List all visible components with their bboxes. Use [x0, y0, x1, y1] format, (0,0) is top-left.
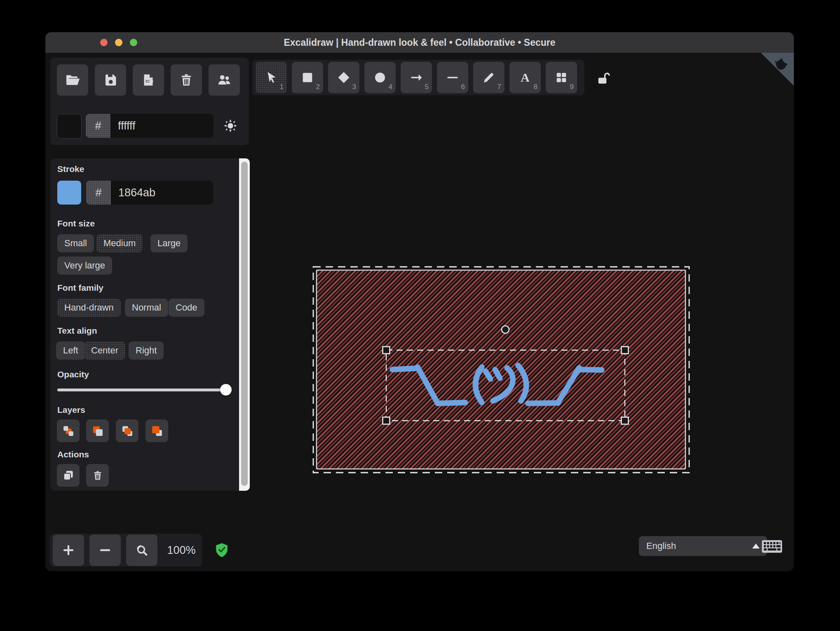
send-backward-button[interactable] [86, 419, 109, 442]
lock-toggle-button[interactable] [596, 71, 610, 86]
font-size-label: Font size [57, 219, 95, 228]
font-family-code[interactable]: Code [169, 299, 204, 317]
stroke-hex-prefix: # [86, 181, 111, 205]
duplicate-icon [62, 469, 75, 482]
unlock-icon [596, 71, 610, 86]
delete-button[interactable] [86, 464, 109, 487]
zoom-reset-icon [135, 543, 149, 557]
text-align-label: Text align [57, 326, 97, 336]
font-size-very-large[interactable]: Very large [57, 257, 112, 275]
stroke-color-swatch[interactable] [57, 181, 81, 205]
canvas-background-swatch[interactable] [57, 114, 82, 139]
opacity-label: Opacity [57, 370, 89, 379]
tool-shortcut: 6 [461, 83, 465, 91]
tool-library[interactable]: 9 [546, 62, 577, 93]
floppy-icon [103, 73, 118, 87]
tool-shortcut: 7 [497, 83, 501, 91]
shield-check-icon [215, 542, 228, 558]
users-icon [216, 72, 232, 88]
bring-forward-icon [121, 425, 134, 437]
text-tool-icon: A [518, 71, 532, 85]
zoom-island: 100% [49, 534, 202, 567]
resize-handle-ne[interactable] [622, 347, 629, 354]
stroke-hex-input[interactable] [111, 181, 213, 205]
tool-ellipse[interactable]: 4 [364, 62, 396, 93]
collaborate-button[interactable] [209, 64, 240, 96]
resize-handle-sw[interactable] [383, 417, 390, 424]
export-icon [141, 73, 156, 87]
plus-icon [62, 544, 75, 557]
font-family-hand-drawn[interactable]: Hand-drawn [57, 299, 121, 317]
arrow-right-icon [409, 71, 423, 85]
tool-selection[interactable]: 1 [256, 62, 287, 93]
properties-panel: Stroke # Font size Small Medium Large Ve… [50, 158, 250, 491]
shortcuts-dialog-button[interactable] [761, 539, 783, 554]
font-family-normal[interactable]: Normal [125, 299, 168, 317]
font-size-large[interactable]: Large [150, 234, 188, 252]
zoom-out-button[interactable] [89, 534, 121, 566]
library-grid-icon [554, 71, 568, 85]
folder-open-icon [65, 72, 80, 88]
tool-draw[interactable]: 7 [473, 62, 504, 93]
pencil-icon [482, 71, 496, 85]
github-corner-link[interactable] [761, 53, 794, 86]
theme-toggle-button[interactable] [223, 118, 238, 134]
text-align-right[interactable]: Right [129, 341, 164, 360]
tool-shortcut: 8 [534, 83, 537, 91]
tool-arrow[interactable]: 5 [401, 62, 432, 93]
export-button[interactable] [133, 64, 164, 96]
shape-tools-island: 1 2 3 4 5 [252, 60, 584, 95]
text-align-center[interactable]: Center [84, 341, 125, 360]
text-align-left[interactable]: Left [56, 341, 85, 360]
font-size-small[interactable]: Small [57, 234, 94, 252]
language-select[interactable]: English [639, 536, 767, 556]
square-icon [300, 71, 314, 85]
send-to-back-button[interactable] [57, 419, 80, 442]
stroke-section-label: Stroke [57, 164, 84, 174]
minus-icon [99, 544, 112, 557]
bring-forward-button[interactable] [116, 419, 138, 442]
trash-icon [179, 73, 193, 87]
opacity-slider-thumb[interactable] [220, 384, 232, 396]
encryption-shield-link[interactable] [215, 542, 228, 558]
line-icon [446, 71, 460, 85]
actions-section-label: Actions [57, 450, 89, 459]
font-size-medium[interactable]: Medium [96, 234, 143, 252]
panel-scrollbar-track [239, 158, 250, 491]
tool-line[interactable]: 6 [437, 62, 468, 93]
tool-shortcut: 5 [425, 83, 429, 91]
svg-text:A: A [521, 71, 530, 84]
clear-canvas-button[interactable] [171, 64, 202, 96]
tool-shortcut: 3 [352, 83, 356, 91]
zoom-in-button[interactable] [53, 534, 84, 566]
app-window: Excalidraw | Hand-drawn look & feel • Co… [45, 32, 794, 571]
zoom-level: 100% [162, 534, 201, 567]
sun-icon [223, 118, 238, 134]
background-hex-prefix: # [86, 114, 110, 138]
load-button[interactable] [57, 64, 88, 96]
zoom-reset-button[interactable] [126, 534, 157, 566]
tool-shortcut: 4 [389, 83, 392, 91]
send-to-back-icon [62, 425, 75, 437]
tool-diamond[interactable]: 3 [328, 62, 359, 93]
rotate-handle[interactable] [502, 326, 509, 333]
resize-handle-nw[interactable] [383, 347, 390, 354]
save-button[interactable] [95, 64, 126, 96]
layers-section-label: Layers [57, 405, 85, 415]
tool-text[interactable]: A 8 [509, 62, 541, 93]
resize-handle-se[interactable] [622, 417, 629, 424]
language-value: English [646, 541, 676, 551]
file-toolbar-island: # [50, 58, 249, 145]
duplicate-button[interactable] [57, 464, 80, 487]
panel-scrollbar-thumb[interactable] [241, 162, 248, 486]
bring-to-front-button[interactable] [145, 419, 168, 442]
tool-shortcut: 2 [316, 83, 320, 91]
caret-up-icon [752, 544, 760, 549]
canvas-rectangle-element[interactable] [317, 270, 685, 469]
opacity-slider-track[interactable] [57, 388, 231, 391]
tool-rectangle[interactable]: 2 [292, 62, 323, 93]
cursor-icon [264, 71, 278, 85]
background-hex-input[interactable] [110, 114, 214, 138]
tool-shortcut: 9 [570, 83, 574, 91]
keyboard-icon [761, 539, 783, 554]
